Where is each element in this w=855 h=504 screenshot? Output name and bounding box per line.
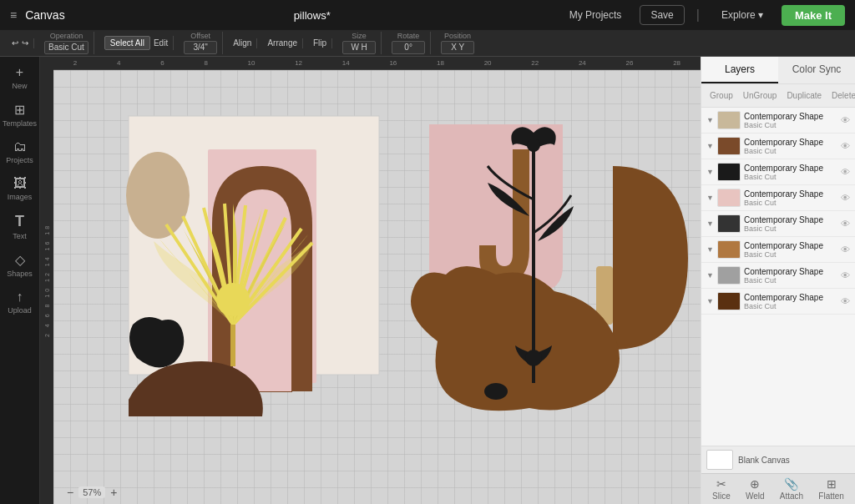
ungroup-button[interactable]: UnGroup xyxy=(738,89,782,102)
visibility-icon[interactable]: 👁 xyxy=(841,141,850,151)
visibility-icon[interactable]: 👁 xyxy=(841,167,850,177)
toolbar-position: Position X Y xyxy=(436,32,479,54)
flip-button[interactable]: Flip xyxy=(313,38,326,48)
sidebar-item-text[interactable]: T Text xyxy=(2,208,38,245)
main-area: + New ⊞ Templates 🗂 Projects 🖼 Images T … xyxy=(0,57,855,504)
undo-button[interactable]: ↩ xyxy=(12,38,18,48)
layer-thumbnail xyxy=(717,111,741,129)
duplicate-button[interactable]: Duplicate xyxy=(782,89,827,102)
ruler-vertical: 2 4 6 8 10 12 14 16 18 xyxy=(40,57,53,504)
layer-item[interactable]: ▼ Contemporary Shape Basic Cut 👁 xyxy=(701,237,855,263)
sidebar-item-upload[interactable]: ↑ Upload xyxy=(2,285,38,320)
sidebar-item-projects[interactable]: 🗂 Projects xyxy=(2,134,38,169)
visibility-icon[interactable]: 👁 xyxy=(841,193,850,203)
ruler-mark: 2 xyxy=(73,59,77,67)
blank-canvas-row[interactable]: Blank Canvas xyxy=(701,446,855,473)
sidebar-item-shapes[interactable]: ◇ Shapes xyxy=(2,247,38,283)
attach-button[interactable]: 📎 Attach xyxy=(780,477,803,501)
ruler-mark: 14 xyxy=(342,59,350,67)
position-value[interactable]: X Y xyxy=(441,41,474,54)
sidebar-item-templates[interactable]: ⊞ Templates xyxy=(2,97,38,133)
ruler-mark: 8 xyxy=(204,59,207,67)
visibility-icon[interactable]: 👁 xyxy=(841,244,850,255)
my-projects-button[interactable]: My Projects xyxy=(559,6,632,24)
rotate-value[interactable]: 0° xyxy=(392,41,425,54)
layer-item[interactable]: ▼ Contemporary Shape Basic Cut 👁 xyxy=(701,134,855,159)
topbar-center: pillows* xyxy=(294,9,331,22)
size-label: Size xyxy=(352,32,367,41)
offset-value[interactable]: 3/4" xyxy=(184,41,217,54)
panel-actions: Group UnGroup Duplicate Delete xyxy=(701,84,855,108)
sidebar-item-images[interactable]: 🖼 Images xyxy=(2,171,38,206)
layer-info: Contemporary Shape Basic Cut xyxy=(744,267,837,285)
canvas-area[interactable]: 2 4 6 8 10 12 14 16 18 2 4 6 8 10 12 14 … xyxy=(40,57,701,504)
shapes-icon: ◇ xyxy=(15,252,25,268)
layer-subname: Basic Cut xyxy=(744,147,837,155)
layer-subname: Basic Cut xyxy=(744,173,837,181)
artwork xyxy=(78,83,701,504)
layer-item[interactable]: ▼ Contemporary Shape Basic Cut 👁 xyxy=(701,185,855,211)
save-button[interactable]: Save xyxy=(640,5,684,25)
tab-layers[interactable]: Layers xyxy=(701,57,778,83)
position-group: Position X Y xyxy=(441,32,474,54)
sidebar-label-shapes: Shapes xyxy=(7,270,33,278)
group-button[interactable]: Group xyxy=(705,89,738,102)
layer-thumbnail xyxy=(717,137,741,155)
layer-item[interactable]: ▼ Contemporary Shape Basic Cut 👁 xyxy=(701,263,855,289)
align-button[interactable]: Align xyxy=(233,38,251,48)
redo-button[interactable]: ↪ xyxy=(22,38,28,48)
layer-item[interactable]: ▼ Contemporary Shape Basic Cut 👁 xyxy=(701,211,855,237)
operation-value[interactable]: Basic Cut xyxy=(44,41,89,54)
explore-button[interactable]: Explore ▾ xyxy=(711,6,773,24)
weld-button[interactable]: ⊕ Weld xyxy=(746,477,765,501)
position-label: Position xyxy=(444,32,471,41)
operation-group: Operation Basic Cut xyxy=(44,32,89,54)
svg-point-7 xyxy=(527,139,540,152)
size-value[interactable]: W H xyxy=(342,41,376,54)
layer-thumbnail xyxy=(717,189,741,207)
layers-list: ▼ Contemporary Shape Basic Cut 👁 ▼ Conte… xyxy=(701,108,855,446)
edit-button[interactable]: Edit xyxy=(154,38,168,48)
zoom-in-button[interactable]: + xyxy=(110,486,117,499)
layer-item[interactable]: ▼ Contemporary Shape Basic Cut 👁 xyxy=(701,289,855,315)
zoom-out-button[interactable]: − xyxy=(67,486,73,499)
ruler-mark: 20 xyxy=(484,59,492,67)
sidebar-label-upload: Upload xyxy=(8,306,32,315)
operation-label: Operation xyxy=(50,32,83,41)
ruler-mark: 16 xyxy=(389,59,397,67)
slice-button[interactable]: ✂ Slice xyxy=(712,477,731,501)
make-it-button[interactable]: Make It xyxy=(782,5,845,26)
arrange-button[interactable]: Arrange xyxy=(267,38,297,48)
flatten-button[interactable]: ⊞ Flatten xyxy=(818,477,844,501)
weld-label: Weld xyxy=(746,491,765,501)
offset-label: Offset xyxy=(190,32,210,41)
visibility-icon[interactable]: 👁 xyxy=(841,115,850,125)
visibility-icon[interactable]: 👁 xyxy=(841,270,850,280)
select-all-button[interactable]: Select All xyxy=(104,36,150,50)
topbar: ≡ Canvas pillows* My Projects Save | Exp… xyxy=(0,0,855,30)
toolbar-offset: Offset 3/4" xyxy=(179,32,223,54)
toolbar-select-edit: Select All Edit xyxy=(99,36,174,50)
layer-name: Contemporary Shape xyxy=(744,112,837,121)
zoom-level[interactable]: 57% xyxy=(78,486,105,498)
visibility-icon[interactable]: 👁 xyxy=(841,296,850,306)
layer-info: Contemporary Shape Basic Cut xyxy=(744,215,837,233)
layer-item[interactable]: ▼ Contemporary Shape Basic Cut 👁 xyxy=(701,108,855,134)
sidebar-item-new[interactable]: + New xyxy=(2,60,38,95)
rotate-label: Rotate xyxy=(397,32,420,41)
text-icon: T xyxy=(15,213,24,230)
chevron-icon: ▼ xyxy=(706,297,714,305)
layer-info: Contemporary Shape Basic Cut xyxy=(744,164,837,181)
tab-color-sync[interactable]: Color Sync xyxy=(778,57,855,83)
layer-item[interactable]: ▼ Contemporary Shape Basic Cut 👁 xyxy=(701,159,855,185)
slice-label: Slice xyxy=(712,491,731,501)
menu-icon[interactable]: ≡ xyxy=(10,8,17,22)
layer-subname: Basic Cut xyxy=(744,224,837,233)
delete-button[interactable]: Delete xyxy=(827,89,855,102)
canvas-content[interactable]: − 57% + xyxy=(53,70,701,504)
sidebar-label-images: Images xyxy=(8,193,33,201)
visibility-icon[interactable]: 👁 xyxy=(841,219,850,229)
app-title: Canvas xyxy=(25,8,64,22)
canvas-bottom-bar: − 57% + xyxy=(67,486,117,499)
rotate-group: Rotate 0° xyxy=(392,32,425,54)
